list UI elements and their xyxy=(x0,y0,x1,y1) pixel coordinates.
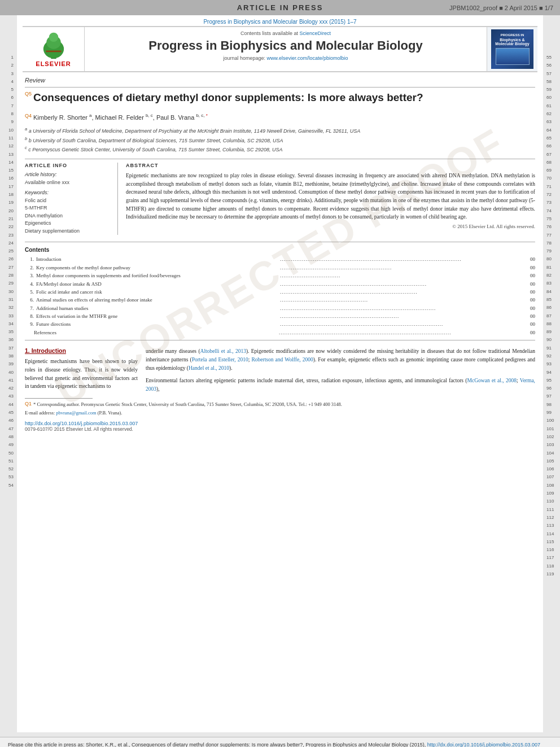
intro-divider xyxy=(25,340,535,340)
elsevier-logo: ELSEVIER xyxy=(34,31,73,67)
doi-link[interactable]: http://dx.doi.org/10.1016/j.pbiomolbio.2… xyxy=(25,421,138,426)
article-info-header: ARTICLE INFO xyxy=(25,163,112,168)
doi-line: http://dx.doi.org/10.1016/j.pbiomolbio.2… xyxy=(17,421,543,426)
toc-item-9: 9. Future directions ...................… xyxy=(25,320,535,328)
affiliation-c: c c Peromyscus Genetic Stock Center, Uni… xyxy=(25,145,535,154)
keyword-dietary-supplementation: Dietary supplementation xyxy=(25,228,112,235)
sciencedirect-link[interactable]: ScienceDirect xyxy=(300,30,331,36)
journal-mini-cover: PROGRESS IN Biophysics & Molecular Biolo… xyxy=(491,29,533,69)
toc-references: References .............................… xyxy=(25,329,535,337)
affiliation-b: b b University of South Carolina, Depart… xyxy=(25,136,535,145)
q5-marker: Q5 xyxy=(25,91,32,97)
elsevier-logo-container: ELSEVIER xyxy=(23,27,85,71)
issn-line: 0079-6107/© 2015 Elsevier Ltd. All right… xyxy=(17,426,543,432)
contents-divider xyxy=(25,242,535,242)
elsevier-tree-icon xyxy=(34,31,73,59)
banner-title: ARTICLE IN PRESS xyxy=(237,3,323,12)
intro-left-column: 1. Introduction Epigenetic mechanisms ha… xyxy=(25,347,138,394)
affiliation-a: a a University of Florida School of Medi… xyxy=(25,126,535,136)
toc-item-1: 1. Introduction ........................… xyxy=(25,255,535,263)
intro-heading: 1. Introduction xyxy=(25,347,138,354)
svg-rect-4 xyxy=(46,51,61,53)
keyword-5mthfr: 5-MTHFR xyxy=(25,204,112,212)
portela-link[interactable]: Portela and Esteller, 2010 xyxy=(192,357,248,362)
journal-url-bar: Progress in Biophysics and Molecular Bio… xyxy=(17,15,543,26)
journal-homepage: journal homepage: www.elsevier.com/locat… xyxy=(90,55,481,61)
q1-marker: Q1 xyxy=(25,401,32,407)
keyword-epigenetics: Epigenetics xyxy=(25,220,112,228)
article-info-abstract: ARTICLE INFO Article history: Available … xyxy=(25,163,535,235)
toc-item-3: 3. Methyl donor components in supplement… xyxy=(25,272,535,279)
intro-right-column: underlie many diseases (Altobelli et al.… xyxy=(146,347,535,394)
introduction-section: 1. Introduction Epigenetic mechanisms ha… xyxy=(17,347,543,394)
email-link[interactable]: pbvrana@gmail.com xyxy=(56,410,96,416)
abstract-text: Epigenetic mechanisms are now recognized… xyxy=(126,172,535,221)
toc-item-2: 2. Key components of the methyl donor pa… xyxy=(25,264,535,272)
article-history-label: Article history: xyxy=(25,172,112,177)
contents-section: Contents 1. Introduction ...............… xyxy=(17,247,543,337)
journal-header: ELSEVIER Contents lists available at Sci… xyxy=(23,26,537,72)
intro-left-text: Epigenetic mechanisms have been shown to… xyxy=(25,357,138,391)
contents-header: Contents xyxy=(25,247,535,253)
journal-citation: Progress in Biophysics and Molecular Bio… xyxy=(203,19,356,25)
journal-homepage-link[interactable]: www.elsevier.com/locate/pbiomolbio xyxy=(266,55,348,61)
journal-title-area: Contents lists available at ScienceDirec… xyxy=(85,27,487,71)
article-in-press-banner: ARTICLE IN PRESS JPBM1002_proof ■ 2 Apri… xyxy=(0,0,560,15)
mcgowan-link[interactable]: McGowan et al., 2008 xyxy=(467,378,517,383)
bottom-doi-link[interactable]: http://dx.doi.org/10.1016/j.pbiomolbio.2… xyxy=(427,742,540,747)
line-numbers-left: 12345 678910 1112131415 1617181920 21222… xyxy=(0,54,16,490)
toc-item-6: 6. Animal studies on effects of altering… xyxy=(25,296,535,304)
footnote-section: Q1 * Corresponding author. Peromyscus Ge… xyxy=(17,396,543,419)
affiliations: a a University of Florida School of Medi… xyxy=(25,126,535,154)
footnote-1: * Corresponding author. Peromyscus Genet… xyxy=(33,401,342,408)
article-available-online: Available online xxx xyxy=(25,180,112,185)
svg-point-3 xyxy=(49,33,58,42)
authors-line: Kimberly R. Shorter a, Michael R. Felder… xyxy=(33,113,208,121)
article-title: Consequences of dietary methyl donor sup… xyxy=(33,91,423,105)
keyword-folic-acid: Folic acid xyxy=(25,197,112,205)
toc-item-8: 8. Effects of variation in the MTHFR gen… xyxy=(25,312,535,320)
keyword-dna-methylation: DNA methylation xyxy=(25,212,112,220)
q4-marker: Q4 xyxy=(25,113,32,119)
article-section: Review Q5 Consequences of dietary methyl… xyxy=(17,72,543,239)
footnote-email: E-mail address: pbvrana@gmail.com (P.B. … xyxy=(25,409,535,417)
title-divider-top xyxy=(25,87,535,88)
article-info-column: ARTICLE INFO Article history: Available … xyxy=(25,163,118,235)
bottom-citation-bar: Please cite this article in press as: Sh… xyxy=(0,737,560,747)
page-content: UNCORRECTED PROOF Progress in Biophysics… xyxy=(17,15,543,732)
line-numbers-right: 5556575859 6061626364 6566676869 7071727… xyxy=(544,54,560,578)
toc-item-4: 4. FA/Methyl donor intake & ASD ........… xyxy=(25,280,535,288)
proof-info: JPBM1002_proof ■ 2 April 2015 ■ 1/7 xyxy=(449,5,553,11)
keywords-header: Keywords: xyxy=(25,190,112,195)
journal-cover-right: PROGRESS IN Biophysics & Molecular Biolo… xyxy=(487,27,537,71)
abstract-header: ABSTRACT xyxy=(126,163,535,168)
two-col-divider xyxy=(25,159,535,159)
bottom-citation-text: Please cite this article in press as: Sh… xyxy=(8,742,540,747)
altobelli-link[interactable]: Altobelli et al., 2013 xyxy=(200,348,246,354)
footnote-divider xyxy=(25,398,93,399)
sciencedirect-line: Contents lists available at ScienceDirec… xyxy=(90,30,481,36)
handel-link[interactable]: Handel et al., 2010 xyxy=(189,365,229,371)
abstract-column: ABSTRACT Epigenetic mechanisms are now r… xyxy=(126,163,535,235)
section-type: Review xyxy=(25,77,535,84)
copyright-line: © 2015 Elsevier Ltd. All rights reserved… xyxy=(126,224,535,229)
elsevier-label: ELSEVIER xyxy=(36,60,71,67)
journal-title: Progress in Biophysics and Molecular Bio… xyxy=(90,38,481,53)
robertson-link[interactable]: Robertson and Wolffe, 2000 xyxy=(251,357,313,362)
intro-right-text-1: underlie many diseases (Altobelli et al.… xyxy=(146,347,535,372)
intro-right-text-2: Environmental factors altering epigeneti… xyxy=(146,377,535,393)
toc-item-5: 5. Folic acid intake and cancer risk ...… xyxy=(25,288,535,296)
toc-item-7: 7. Additional human studies ............… xyxy=(25,304,535,312)
